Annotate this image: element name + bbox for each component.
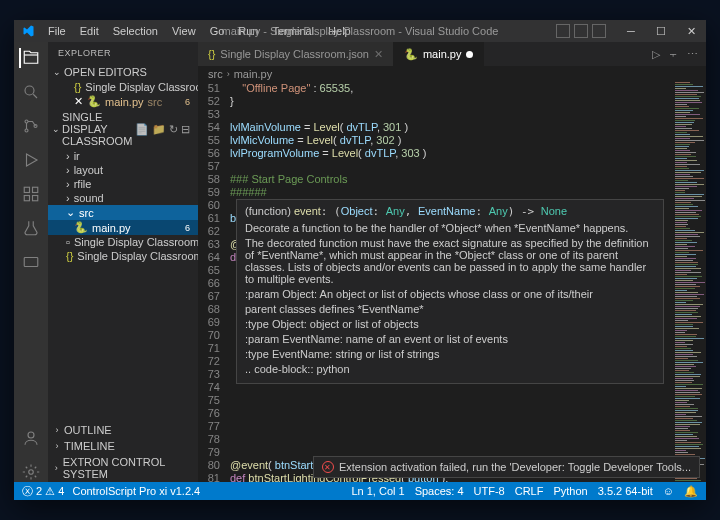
status-product[interactable]: ControlScript Pro xi v1.2.4 (72, 485, 200, 497)
status-bell-icon[interactable]: 🔔 (684, 485, 698, 498)
open-editors-section[interactable]: ⌄OPEN EDITORS (48, 64, 198, 80)
svg-point-1 (25, 120, 28, 123)
workspace-actions: 📄 📁 ↻ ⊟ (135, 123, 194, 136)
tree-item[interactable]: 🐍 main.py6 (48, 220, 198, 235)
window-controls: ─ ☐ ✕ (556, 20, 706, 42)
menu-edit[interactable]: Edit (74, 23, 105, 39)
debug-icon[interactable] (21, 150, 41, 170)
dirty-indicator (466, 51, 473, 58)
notification-toast[interactable]: ✕ Extension activation failed, run the '… (313, 456, 700, 478)
svg-rect-7 (33, 196, 38, 201)
minimap[interactable] (672, 82, 706, 482)
hover-tooltip: (function) event: (Object: Any, EventNam… (236, 199, 664, 384)
source-control-icon[interactable] (21, 116, 41, 136)
status-errors[interactable]: ⓧ 2 ⚠ 4 (22, 484, 64, 499)
code-line[interactable]: 77 (202, 420, 672, 433)
maximize-button[interactable]: ☐ (646, 20, 676, 42)
tree-item[interactable]: › sound (48, 191, 198, 205)
code-editor[interactable]: 51 "Offline Page" : 65535,52}5354lvlMain… (198, 82, 672, 482)
more-icon[interactable]: ⋯ (687, 48, 698, 61)
breadcrumb[interactable]: src › main.py (198, 66, 706, 82)
activity-bar (14, 42, 48, 482)
menu-file[interactable]: File (42, 23, 72, 39)
code-line[interactable]: 75 (202, 394, 672, 407)
status-encoding[interactable]: UTF-8 (474, 485, 505, 497)
status-position[interactable]: Ln 1, Col 1 (351, 485, 404, 497)
status-bar: ⓧ 2 ⚠ 4 ControlScript Pro xi v1.2.4 Ln 1… (14, 482, 706, 500)
close-icon[interactable]: ✕ (374, 48, 383, 61)
menu-view[interactable]: View (166, 23, 202, 39)
code-line[interactable]: 52} (202, 95, 672, 108)
tree-item[interactable]: ⌄ src (48, 205, 198, 220)
status-feedback-icon[interactable]: ☺ (663, 485, 674, 497)
code-line[interactable]: 56lvlProgramVolume = Level( dvTLP, 303 ) (202, 147, 672, 160)
account-icon[interactable] (21, 428, 41, 448)
refresh-icon[interactable]: ↻ (169, 123, 178, 136)
code-line[interactable]: 78 (202, 433, 672, 446)
svg-point-10 (29, 470, 34, 475)
tree-item[interactable]: ▫ Single Display Classroom.dat (48, 235, 198, 249)
section-timeline[interactable]: ›TIMELINE (48, 438, 198, 454)
svg-point-0 (25, 86, 34, 95)
window-title: main.py - Single Display Classroom - Vis… (222, 25, 499, 37)
layout-right-icon[interactable] (592, 24, 606, 38)
run-icon[interactable]: ▷ (652, 48, 660, 61)
code-line[interactable]: 57 (202, 160, 672, 173)
layout-sidebar-icon[interactable] (574, 24, 588, 38)
sidebar: EXPLORER ⌄OPEN EDITORS {} Single Display… (48, 42, 198, 482)
tab-bar: {} Single Display Classroom.json ✕🐍 main… (198, 42, 706, 66)
open-editor-item[interactable]: ✕ 🐍 main.py src6 (48, 94, 198, 109)
error-icon: ✕ (322, 461, 334, 473)
layout-panel-icon[interactable] (556, 24, 570, 38)
tree-item[interactable]: › layout (48, 163, 198, 177)
svg-rect-8 (24, 258, 38, 267)
tab[interactable]: 🐍 main.py (394, 42, 485, 66)
minimize-button[interactable]: ─ (616, 20, 646, 42)
svg-point-2 (25, 129, 28, 132)
tree-item[interactable]: {} Single Display Classroom.json (48, 249, 198, 263)
chevron-down-icon: ⌄ (52, 67, 62, 77)
titlebar: FileEditSelectionViewGoRunTerminalHelp m… (14, 20, 706, 42)
status-lang[interactable]: Python (553, 485, 587, 497)
menu-selection[interactable]: Selection (107, 23, 164, 39)
code-line[interactable]: 58### Start Page Controls (202, 173, 672, 186)
code-line[interactable]: 59###### (202, 186, 672, 199)
new-file-icon[interactable]: 📄 (135, 123, 149, 136)
collapse-icon[interactable]: ⊟ (181, 123, 190, 136)
code-line[interactable]: 51 "Offline Page" : 65535, (202, 82, 672, 95)
code-line[interactable]: 55lvlMicVolume = Level( dvTLP, 302 ) (202, 134, 672, 147)
hover-signature: (function) event: (Object: Any, EventNam… (245, 205, 655, 218)
tree-item[interactable]: › rfile (48, 177, 198, 191)
status-eol[interactable]: CRLF (515, 485, 544, 497)
open-editor-item[interactable]: {} Single Display Classroom.json (48, 80, 198, 94)
code-line[interactable]: 53 (202, 108, 672, 121)
extron-icon[interactable] (21, 252, 41, 272)
new-folder-icon[interactable]: 📁 (152, 123, 166, 136)
workspace-section[interactable]: ⌄SINGLE DISPLAY CLASSROOM 📄 📁 ↻ ⊟ (48, 109, 198, 149)
vscode-logo-icon (20, 23, 36, 39)
svg-rect-6 (24, 196, 29, 201)
code-line[interactable]: 54lvlMainVolume = Level( dvTLP, 301 ) (202, 121, 672, 134)
search-icon[interactable] (21, 82, 41, 102)
section-extron-control-system[interactable]: ›EXTRON CONTROL SYSTEM (48, 454, 198, 482)
svg-rect-5 (33, 187, 38, 192)
svg-rect-4 (24, 187, 29, 192)
close-button[interactable]: ✕ (676, 20, 706, 42)
status-spaces[interactable]: Spaces: 4 (415, 485, 464, 497)
tab[interactable]: {} Single Display Classroom.json ✕ (198, 42, 394, 66)
app-window: FileEditSelectionViewGoRunTerminalHelp m… (14, 20, 706, 500)
editor-area: {} Single Display Classroom.json ✕🐍 main… (198, 42, 706, 482)
status-version[interactable]: 3.5.2 64-bit (598, 485, 653, 497)
code-line[interactable]: 76 (202, 407, 672, 420)
testing-icon[interactable] (21, 218, 41, 238)
svg-point-9 (28, 432, 34, 438)
tree-item[interactable]: › ir (48, 149, 198, 163)
notification-text: Extension activation failed, run the 'De… (339, 461, 691, 473)
chevron-down-icon: ⌄ (52, 124, 60, 134)
settings-icon[interactable] (21, 462, 41, 482)
explorer-header: EXPLORER (48, 42, 198, 64)
section-outline[interactable]: ›OUTLINE (48, 422, 198, 438)
extensions-icon[interactable] (21, 184, 41, 204)
split-icon[interactable]: ⫟ (668, 48, 679, 60)
explorer-icon[interactable] (19, 48, 41, 68)
